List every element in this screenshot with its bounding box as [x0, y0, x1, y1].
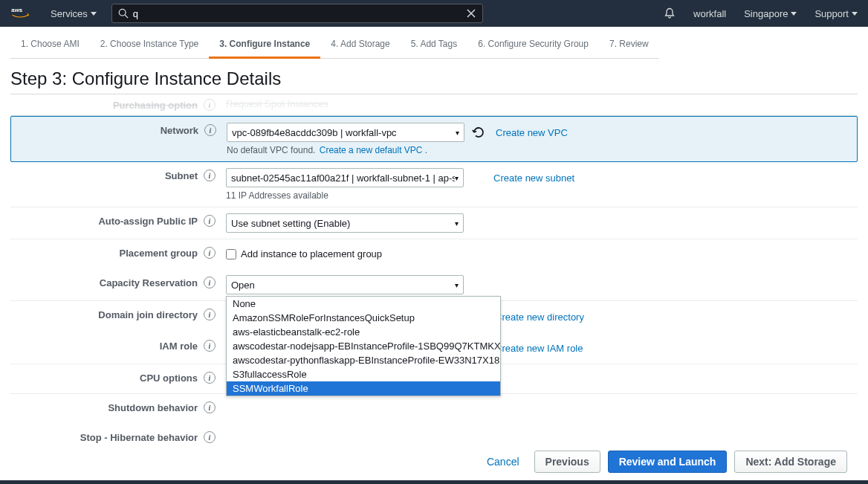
iam-option[interactable]: None [227, 297, 500, 311]
next-add-storage-button[interactable]: Next: Add Storage [734, 451, 847, 473]
info-icon[interactable]: i [204, 247, 216, 259]
wizard-tabs: 1. Choose AMI 2. Choose Instance Type 3.… [0, 27, 868, 59]
search-box[interactable] [111, 4, 483, 23]
tab-configure-security-group[interactable]: 6. Configure Security Group [467, 33, 599, 59]
caret-down-icon [91, 12, 97, 16]
services-menu[interactable]: Services [51, 8, 97, 19]
create-default-vpc-link[interactable]: Create a new default VPC [320, 145, 423, 155]
row-placement-group: Placement groupi Add instance to placeme… [10, 239, 858, 269]
notifications-icon[interactable] [664, 7, 676, 19]
support-menu[interactable]: Support [814, 8, 858, 19]
placement-checkbox-row[interactable]: Add instance to placement group [226, 245, 858, 259]
svg-point-1 [119, 9, 126, 16]
tab-add-storage[interactable]: 4. Add Storage [320, 33, 400, 59]
network-label: Network [161, 125, 198, 136]
hibernate-label: Stop - Hibernate behavior [80, 432, 198, 443]
refresh-icon[interactable] [472, 126, 485, 139]
capacity-label: Capacity Reservation [100, 277, 198, 288]
cpu-label: CPU options [140, 372, 198, 384]
aws-logo[interactable]: aws [10, 6, 37, 21]
row-subnet: Subneti subnet-02545ac11af00a21f | workf… [10, 162, 858, 207]
iam-option[interactable]: aws-elasticbeanstalk-ec2-role [227, 325, 500, 339]
placement-label: Placement group [120, 248, 198, 259]
account-menu[interactable]: workfall [693, 8, 726, 19]
domain-label: Domain join directory [98, 309, 198, 320]
console-footer: Feedback English (US) © 2008 - 2021, Ama… [0, 480, 868, 484]
svg-line-2 [125, 15, 128, 18]
info-icon[interactable]: i [204, 277, 216, 288]
info-icon[interactable]: i [204, 170, 216, 181]
tab-add-tags[interactable]: 5. Add Tags [401, 33, 468, 59]
tab-choose-ami[interactable]: 1. Choose AMI [10, 33, 90, 59]
subnet-label: Subnet [165, 170, 198, 181]
row-shutdown-behavior: Shutdown behaviori [10, 394, 858, 424]
create-subnet-link[interactable]: Create new subnet [493, 172, 574, 184]
tab-choose-instance-type[interactable]: 2. Choose Instance Type [90, 33, 210, 59]
iam-role-dropdown[interactable]: None AmazonSSMRoleForInstancesQuickSetup… [226, 296, 501, 396]
iam-option[interactable]: awscodestar-nodejsapp-EBInstanceProfile-… [227, 339, 500, 353]
info-icon[interactable]: i [204, 309, 216, 320]
iam-option[interactable]: AmazonSSMRoleForInstancesQuickSetup [227, 311, 500, 325]
region-menu[interactable]: Singapore [744, 8, 797, 19]
search-icon [118, 8, 129, 19]
page-title: Step 3: Configure Instance Details [10, 65, 858, 94]
network-select[interactable]: vpc-089fb4e8acddc309b | workfall-vpc▾ [227, 123, 464, 142]
row-network: Networki vpc-089fb4e8acddc309b | workfal… [10, 116, 858, 162]
capacity-select[interactable]: Open▾ [226, 275, 464, 294]
iam-option-selected[interactable]: SSMWorkfallRole [227, 381, 500, 396]
autoip-select[interactable]: Use subnet setting (Enable)▾ [226, 213, 464, 233]
top-nav: aws Services workfall Singapore Support [0, 0, 868, 27]
info-icon[interactable]: i [204, 372, 216, 384]
info-icon[interactable]: i [204, 215, 216, 227]
caret-down-icon [791, 12, 797, 16]
create-vpc-link[interactable]: Create new VPC [496, 127, 568, 138]
no-default-vpc-text: No default VPC found. [227, 145, 315, 155]
info-icon[interactable]: i [204, 124, 216, 136]
wizard-footer-buttons: Cancel Previous Review and Launch Next: … [0, 443, 868, 480]
info-icon[interactable]: i [204, 340, 216, 352]
create-directory-link[interactable]: Create new directory [495, 312, 584, 323]
previous-button[interactable]: Previous [534, 451, 600, 473]
clear-search-icon[interactable] [466, 8, 476, 19]
search-input[interactable] [133, 8, 466, 19]
caret-down-icon [852, 12, 858, 16]
row-auto-assign-ip: Auto-assign Public IPi Use subnet settin… [10, 207, 858, 239]
row-hibernate-behavior: Stop - Hibernate behaviori [10, 424, 858, 443]
tab-review[interactable]: 7. Review [599, 33, 659, 59]
placement-checkbox[interactable] [226, 249, 236, 259]
cancel-button[interactable]: Cancel [479, 451, 527, 472]
svg-text:aws: aws [11, 7, 22, 13]
iam-option[interactable]: awscodestar-pythonflaskapp-EBInstancePro… [227, 353, 500, 367]
info-icon[interactable]: i [204, 431, 216, 443]
create-iam-role-link[interactable]: Create new IAM role [495, 343, 583, 354]
shutdown-label: Shutdown behavior [108, 402, 198, 413]
autoip-label: Auto-assign Public IP [98, 216, 198, 227]
subnet-select[interactable]: subnet-02545ac11af00a21f | workfall-subn… [226, 168, 464, 187]
info-icon[interactable]: i [204, 99, 216, 111]
subnet-ip-count: 11 IP Addresses available [226, 190, 858, 201]
iam-option[interactable]: S3fullaccessRole [227, 367, 500, 381]
tab-configure-instance[interactable]: 3. Configure Instance [209, 33, 320, 59]
review-and-launch-button[interactable]: Review and Launch [608, 451, 728, 473]
info-icon[interactable]: i [204, 401, 216, 413]
iam-label: IAM role [160, 341, 198, 352]
